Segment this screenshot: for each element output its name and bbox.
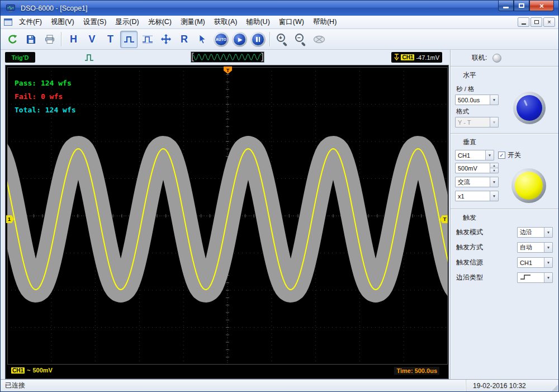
toolbar: H V T R AUTO ▶ + − xyxy=(1,29,558,50)
minimize-button[interactable] xyxy=(498,1,514,11)
mask-edit-button[interactable] xyxy=(139,31,156,48)
maximize-button[interactable] xyxy=(514,1,529,11)
close-icon: × xyxy=(539,2,544,10)
panel-separator xyxy=(451,66,558,67)
restore-icon xyxy=(534,20,539,24)
trigger-position-marker[interactable]: T xyxy=(224,67,232,74)
probe-select[interactable]: x1 ▼ xyxy=(455,191,499,201)
online-label: 联机: xyxy=(472,53,487,63)
mdi-restore-button[interactable] xyxy=(530,17,542,27)
run-button[interactable]: ▶ xyxy=(231,31,248,48)
spinner-up-button[interactable]: ▲ xyxy=(490,163,498,168)
content-area: Trig'D CH1 -47.1mV Pass: 124 wfs Fail xyxy=(1,50,558,379)
pointer-icon xyxy=(198,34,207,44)
check-icon: ✓ xyxy=(499,153,504,158)
trigger-mode-select[interactable]: 边沿 ▼ xyxy=(517,227,553,238)
edge-type-select[interactable]: ▼ xyxy=(517,272,553,283)
secdiv-label: 秒 / 格 xyxy=(456,85,504,93)
floppy-icon xyxy=(26,35,36,44)
seconds-per-div-select[interactable]: 500.0us ▼ xyxy=(455,95,499,105)
cursor-button[interactable] xyxy=(194,31,211,48)
application-window: DSO-6000 - [Scope1] × 文件(F) 视图(V) 设置(S) … xyxy=(0,0,559,392)
volts-per-div-spinner[interactable]: 500mV ▲ ▼ xyxy=(455,163,499,173)
magnifier-plus-icon: + xyxy=(276,33,288,45)
total-count-overlay: Total: 124 wfs xyxy=(15,106,76,114)
rising-edge-icon xyxy=(520,274,531,280)
coupling-select[interactable]: 交流 ▼ xyxy=(455,177,499,187)
measure-button[interactable] xyxy=(157,31,174,48)
minimize-icon xyxy=(522,23,526,25)
knob-face xyxy=(515,172,543,200)
coupling-symbol: ~ xyxy=(27,367,30,374)
record-button[interactable]: R xyxy=(176,31,193,48)
menu-item-settings[interactable]: 设置(S) xyxy=(79,16,111,29)
menu-item-cursor[interactable]: 光标(C) xyxy=(144,16,176,29)
pause-button[interactable] xyxy=(249,31,267,48)
menu-item-help[interactable]: 帮助(H) xyxy=(309,16,341,29)
print-button[interactable] xyxy=(41,31,58,48)
channel-badge: CH1 xyxy=(401,54,414,60)
chevron-down-icon[interactable]: ▼ xyxy=(485,150,494,160)
trigger-setup-button[interactable]: T xyxy=(102,31,119,48)
vertical-position-knob[interactable] xyxy=(511,168,546,203)
zoom-out-button[interactable]: − xyxy=(292,31,309,48)
trigger-level-marker[interactable]: T xyxy=(440,215,448,223)
app-icon xyxy=(6,4,15,12)
horizontal-position-knob[interactable] xyxy=(513,92,546,124)
save-button[interactable] xyxy=(22,31,40,48)
chevron-down-icon[interactable]: ▼ xyxy=(490,177,498,187)
autoset-icon: AUTO xyxy=(214,32,229,47)
vertical-setup-button[interactable]: V xyxy=(83,31,101,48)
horizontal-section: 水平 秒 / 格 500.0us ▼ 格式 Y - T ▼ xyxy=(455,70,554,127)
edge-pulse-icon xyxy=(84,54,94,62)
spinner-down-button[interactable]: ▼ xyxy=(490,168,498,173)
vertical-title: 垂直 xyxy=(463,138,554,147)
menu-item-view[interactable]: 视图(V) xyxy=(46,16,79,29)
chevron-down-icon[interactable]: ▼ xyxy=(544,273,552,282)
xy-mode-button[interactable] xyxy=(310,31,328,48)
chevron-down-icon[interactable]: ▼ xyxy=(490,191,498,201)
panel-separator xyxy=(451,133,558,134)
mdi-minimize-button[interactable] xyxy=(518,17,529,27)
menu-item-window[interactable]: 窗口(W) xyxy=(274,16,309,29)
vertical-section: 垂直 CH1 ▼ ✓ 开关 500mV xyxy=(455,138,554,203)
menu-item-measure[interactable]: 测量(M) xyxy=(176,16,210,29)
volts-per-div: 500mV xyxy=(32,367,52,374)
datetime-text: 19-02-2016 10:32 xyxy=(473,382,526,390)
switch-label: 开关 xyxy=(508,150,521,160)
chevron-down-icon[interactable]: ▼ xyxy=(490,95,498,105)
close-button[interactable]: × xyxy=(529,1,554,11)
menu-item-display[interactable]: 显示(D) xyxy=(111,16,143,29)
timebase-info: Time: 500.0us xyxy=(394,367,439,375)
chevron-down-icon[interactable]: ▼ xyxy=(544,243,552,252)
menu-item-acquire[interactable]: 获取(A) xyxy=(210,16,242,29)
trigger-source-select[interactable]: CH1 ▼ xyxy=(517,257,553,268)
trigger-level-icon xyxy=(394,54,399,61)
resize-grip[interactable] xyxy=(552,385,558,391)
document-icon xyxy=(4,18,12,26)
menu-item-file[interactable]: 文件(F) xyxy=(15,16,46,29)
zoom-in-button[interactable]: + xyxy=(273,31,291,48)
channel-select[interactable]: CH1 ▼ xyxy=(455,150,494,160)
menu-item-utility[interactable]: 辅助(U) xyxy=(241,16,274,29)
autoset-button[interactable]: AUTO xyxy=(212,31,230,48)
trigger-level-value: -47.1mV xyxy=(416,54,439,61)
record-view-thumbnail[interactable] xyxy=(191,51,264,63)
chevron-down-icon[interactable]: ▼ xyxy=(544,228,552,237)
horizontal-title: 水平 xyxy=(463,70,554,80)
channel-enable: ✓ 开关 xyxy=(498,150,521,160)
trigger-sweep-select[interactable]: 自动 ▼ xyxy=(517,242,553,253)
oval-x-icon xyxy=(313,35,325,44)
connect-button[interactable] xyxy=(4,31,21,48)
mdi-close-button[interactable]: × xyxy=(543,17,555,27)
channel1-level-marker[interactable]: 1 xyxy=(6,215,14,223)
pause-icon xyxy=(250,32,266,47)
title-bar[interactable]: DSO-6000 - [Scope1] × xyxy=(1,1,558,16)
printer-icon xyxy=(45,35,55,44)
chevron-down-icon[interactable]: ▼ xyxy=(544,258,552,267)
channel-enable-checkbox[interactable]: ✓ xyxy=(498,152,505,159)
horizontal-setup-button[interactable]: H xyxy=(65,31,82,48)
trigger-sweep-label: 触发方式 xyxy=(456,243,483,252)
online-row: 联机: xyxy=(472,53,554,63)
pass-fail-button[interactable] xyxy=(120,31,138,48)
